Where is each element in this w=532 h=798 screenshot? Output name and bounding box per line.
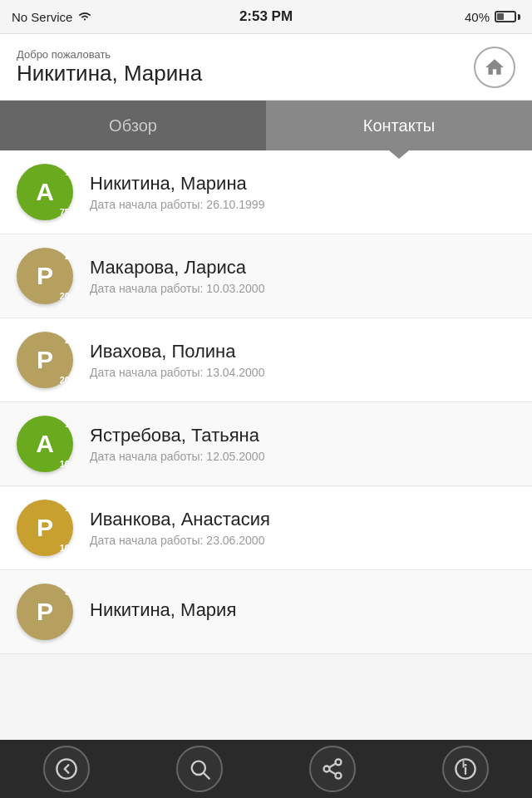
- svg-line-6: [329, 771, 336, 775]
- contact-date: Дата начала работы: 12.05.2000: [90, 450, 515, 463]
- status-bar: No Service 2:53 PM 40%: [0, 0, 532, 34]
- contact-avatar: Р 2 20: [17, 248, 73, 304]
- svg-line-2: [204, 773, 209, 778]
- welcome-text: Добро пожаловать: [17, 48, 202, 61]
- battery-percent: 40%: [465, 10, 490, 24]
- contact-info: Макарова, Лариса Дата начала работы: 10.…: [90, 257, 515, 295]
- contact-date: Дата начала работы: 26.10.1999: [90, 198, 515, 211]
- contact-info: Никитина, Марина Дата начала работы: 26.…: [90, 173, 515, 211]
- contact-row[interactable]: Р 2 20 Ивахова, Полина Дата начала работ…: [0, 318, 532, 402]
- contact-avatar: Р 1 10: [17, 500, 73, 556]
- avatar-number: 20: [60, 291, 70, 301]
- avatar-letter: А: [36, 431, 54, 456]
- contact-avatar: А 1 10: [17, 416, 73, 472]
- home-button[interactable]: [474, 47, 515, 88]
- svg-text:i: i: [463, 761, 465, 769]
- svg-point-3: [336, 759, 342, 765]
- contact-row[interactable]: Р 1 10 Иванкова, Анастасия Дата начала р…: [0, 486, 532, 570]
- svg-point-0: [57, 759, 76, 778]
- bottom-bar: i: [0, 740, 532, 798]
- avatar-number: 75: [60, 207, 70, 217]
- avatar-letter: Р: [37, 347, 53, 372]
- header-text: Добро пожаловать Никитина, Марина: [17, 48, 202, 86]
- status-time: 2:53 PM: [239, 8, 293, 25]
- tab-overview[interactable]: Обзор: [0, 101, 266, 150]
- avatar-level: 1: [65, 419, 70, 429]
- search-button[interactable]: [176, 746, 223, 792]
- contact-avatar: А 1 75: [17, 164, 73, 220]
- info-button[interactable]: i: [442, 746, 489, 792]
- contact-name: Никитина, Мария: [90, 599, 515, 621]
- contact-row[interactable]: А 1 75 Никитина, Марина Дата начала рабо…: [0, 150, 532, 234]
- contact-name: Макарова, Лариса: [90, 257, 515, 278]
- tab-contacts[interactable]: Контакты: [266, 101, 532, 150]
- avatar-number: 20: [60, 375, 70, 385]
- svg-point-5: [336, 773, 342, 779]
- contact-name: Ивахова, Полина: [90, 341, 515, 362]
- avatar-letter: Р: [37, 515, 53, 540]
- contact-info: Никитина, Мария: [90, 599, 515, 624]
- contact-info: Иванкова, Анастасия Дата начала работы: …: [90, 509, 515, 547]
- avatar-letter: А: [36, 180, 54, 204]
- status-left: No Service: [12, 10, 92, 24]
- contact-name: Ястребова, Татьяна: [90, 425, 515, 446]
- tabs: Обзор Контакты: [0, 101, 532, 150]
- status-right: 40%: [465, 10, 520, 24]
- svg-line-7: [329, 764, 336, 768]
- back-button[interactable]: [43, 746, 90, 792]
- contact-info: Ястребова, Татьяна Дата начала работы: 1…: [90, 425, 515, 463]
- avatar-number: 10: [60, 459, 70, 469]
- contact-name: Иванкова, Анастасия: [90, 509, 515, 530]
- no-service-text: No Service: [12, 10, 72, 24]
- contact-avatar: Р 2 20: [17, 332, 73, 388]
- contact-date: Дата начала работы: 10.03.2000: [90, 282, 515, 295]
- avatar-level: 1: [65, 503, 70, 513]
- home-icon: [484, 57, 505, 78]
- username-text: Никитина, Марина: [17, 61, 202, 86]
- header: Добро пожаловать Никитина, Марина: [0, 34, 532, 101]
- contact-row[interactable]: Р 3 Никитина, Мария: [0, 570, 532, 654]
- avatar-letter: Р: [37, 599, 53, 624]
- svg-point-4: [324, 766, 330, 772]
- contact-date: Дата начала работы: 23.06.2000: [90, 534, 515, 547]
- avatar-level: 2: [65, 335, 70, 345]
- contacts-list: А 1 75 Никитина, Марина Дата начала рабо…: [0, 150, 532, 740]
- avatar-level: 1: [65, 167, 70, 177]
- contact-info: Ивахова, Полина Дата начала работы: 13.0…: [90, 341, 515, 379]
- avatar-number: 10: [60, 543, 70, 553]
- back-icon: [55, 757, 78, 781]
- avatar-level: 3: [65, 587, 70, 597]
- info-icon: i: [454, 757, 477, 781]
- contact-row[interactable]: Р 2 20 Макарова, Лариса Дата начала рабо…: [0, 234, 532, 318]
- battery-icon: [495, 11, 520, 22]
- contact-name: Никитина, Марина: [90, 173, 515, 195]
- contact-row[interactable]: А 1 10 Ястребова, Татьяна Дата начала ра…: [0, 402, 532, 486]
- search-icon: [188, 757, 211, 781]
- share-icon: [321, 757, 344, 781]
- wifi-icon: [77, 10, 92, 24]
- share-button[interactable]: [309, 746, 356, 792]
- avatar-level: 2: [65, 251, 70, 261]
- contact-avatar: Р 3: [17, 584, 73, 640]
- contact-date: Дата начала работы: 13.04.2000: [90, 366, 515, 379]
- avatar-letter: Р: [37, 264, 53, 288]
